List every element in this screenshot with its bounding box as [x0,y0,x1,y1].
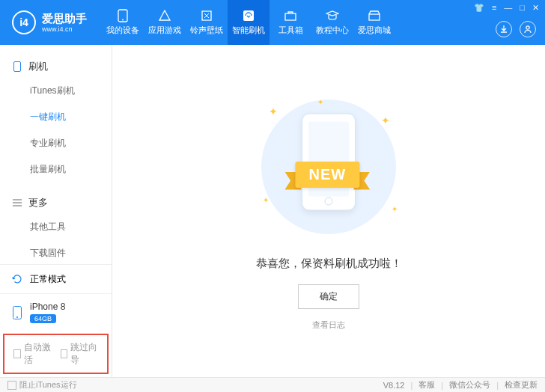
device-badge: 64GB [30,314,56,323]
sparkle-icon: ✦ [392,205,398,213]
checkbox-block-itunes[interactable]: 阻止iTunes运行 [7,379,77,391]
svg-rect-5 [369,14,380,20]
download-button[interactable] [496,21,512,37]
nav-ringtones[interactable]: 铃声壁纸 [186,0,228,45]
sparkle-icon: ✦ [317,98,323,106]
tutorial-icon [325,9,340,22]
new-ribbon: NEW [295,162,359,188]
flash-icon [241,9,256,22]
maximize-icon[interactable]: □ [520,3,525,13]
device-icon [10,306,24,319]
sidebar-item-oneclick[interactable]: 一键刷机 [0,104,112,130]
sparkle-icon: ✦ [269,105,278,117]
menu-icon[interactable]: ≡ [492,3,496,13]
svg-point-6 [526,26,529,29]
group-more[interactable]: 更多 [0,192,112,214]
logo-icon: i4 [12,10,36,34]
checkbox-icon [7,381,16,390]
checkbox-auto-activate[interactable]: 自动激活 [13,341,52,367]
window-controls: 👕 ≡ — □ ✕ [474,3,539,13]
logo-title: 爱思助手 [42,12,87,25]
minimize-icon[interactable]: — [504,3,512,13]
nav-apps[interactable]: 应用游戏 [144,0,186,45]
ok-button[interactable]: 确定 [298,284,359,309]
toolbox-icon [283,9,298,22]
apps-icon [157,9,172,22]
sidebar-item-othertools[interactable]: 其他工具 [0,214,112,240]
nav-tutorials[interactable]: 教程中心 [311,0,353,45]
checkbox-icon [13,349,21,358]
sidebar: 刷机 iTunes刷机 一键刷机 专业刷机 批量刷机 更多 其他工具 下载固件 … [0,45,112,377]
store-icon [367,9,382,22]
device-name: iPhone 8 [30,301,65,312]
nav-toolbox[interactable]: 工具箱 [270,0,311,45]
mode-label: 正常模式 [30,273,66,286]
sparkle-icon: ✦ [263,196,269,204]
group-flash[interactable]: 刷机 [0,55,112,78]
svg-rect-3 [243,10,254,21]
checkbox-row: 自动激活 跳过向导 [3,334,109,374]
view-log-link[interactable]: 查看日志 [312,319,345,331]
success-message: 恭喜您，保资料刷机成功啦！ [256,257,402,271]
sidebar-item-pro[interactable]: 专业刷机 [0,130,112,156]
list-icon [12,197,22,208]
nav-my-device[interactable]: 我的设备 [102,0,144,45]
content: ✦ ✦ ✦ ✦ ✦ NEW 恭喜您，保资料刷机成功啦！ 确定 查看日志 [112,45,545,377]
logo[interactable]: i4 爱思助手 www.i4.cn [12,10,87,34]
nav-store[interactable]: 爱思商城 [353,0,395,45]
phone-icon [115,9,130,22]
version-label: V8.12 [383,381,405,390]
sidebar-item-itunes[interactable]: iTunes刷机 [0,78,112,104]
phone-small-icon [12,61,22,72]
sparkle-icon: ✦ [381,114,390,126]
logo-url: www.i4.cn [42,25,87,34]
device-row[interactable]: iPhone 8 64GB [0,293,112,331]
nav: 我的设备 应用游戏 铃声壁纸 智能刷机 工具箱 教程中心 爱思商城 [102,0,395,45]
sidebar-item-download[interactable]: 下载固件 [0,240,112,264]
svg-point-9 [16,316,18,318]
ringtone-icon [199,9,214,22]
success-illustration: ✦ ✦ ✦ ✦ ✦ NEW [246,92,411,242]
svg-rect-4 [285,13,296,20]
wechat-link[interactable]: 微信公众号 [449,379,490,391]
checkbox-skip-guide[interactable]: 跳过向导 [61,341,99,367]
mode-row[interactable]: 正常模式 [0,265,112,293]
refresh-icon [10,272,24,286]
close-icon[interactable]: ✕ [532,3,539,13]
checkbox-icon [61,349,68,358]
service-link[interactable]: 客服 [418,379,435,391]
sidebar-item-batch[interactable]: 批量刷机 [0,156,112,183]
nav-flash[interactable]: 智能刷机 [228,0,270,45]
footer: 阻止iTunes运行 V8.12 | 客服 | 微信公众号 | 检查更新 [0,377,545,392]
update-link[interactable]: 检查更新 [505,379,538,391]
skin-icon[interactable]: 👕 [474,3,484,13]
svg-point-1 [122,19,124,21]
user-button[interactable] [520,21,536,37]
svg-rect-7 [14,62,21,72]
header: i4 爱思助手 www.i4.cn 我的设备 应用游戏 铃声壁纸 智能刷机 工具… [0,0,545,45]
